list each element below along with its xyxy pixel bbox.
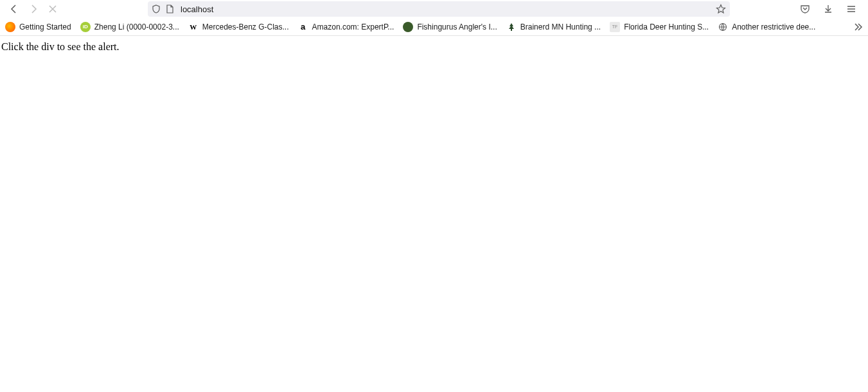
url-bar[interactable]: localhost: [148, 1, 730, 17]
bookmark-label: Mercedes-Benz G-Clas...: [202, 22, 289, 31]
shield-icon[interactable]: [152, 4, 161, 13]
body-text[interactable]: Click the div to see the alert.: [1, 41, 120, 52]
menu-icon[interactable]: [845, 3, 858, 15]
firefox-icon: [5, 22, 15, 32]
bookmark-label: Getting Started: [19, 22, 71, 31]
bookmark-mercedes[interactable]: W Mercedes-Benz G-Clas...: [188, 22, 289, 32]
back-button[interactable]: [8, 3, 21, 15]
bookmarks-bar: Getting Started iD Zheng Li (0000-0002-3…: [0, 18, 868, 36]
bookmark-star-icon[interactable]: [716, 4, 726, 14]
bookmark-brainerd[interactable]: Brainerd MN Hunting ...: [506, 22, 601, 32]
forward-button[interactable]: [27, 3, 40, 15]
bookmark-label: Another restrictive dee...: [732, 22, 815, 31]
globe-icon: [718, 22, 728, 32]
text-icon: TF: [610, 22, 620, 32]
bookmark-florida[interactable]: TF Florida Deer Hunting S...: [610, 22, 709, 32]
bookmark-label: Florida Deer Hunting S...: [624, 22, 709, 31]
wikipedia-icon: W: [188, 22, 199, 32]
page-icon: [166, 4, 174, 13]
toolbar-right: [799, 3, 864, 15]
amazon-icon: a: [298, 22, 308, 32]
bookmark-label: Amazon.com: ExpertP...: [312, 22, 394, 31]
browser-toolbar: localhost: [0, 0, 868, 18]
bookmark-zheng-li[interactable]: iD Zheng Li (0000-0002-3...: [80, 22, 179, 32]
bookmark-label: Brainerd MN Hunting ...: [520, 22, 601, 31]
bookmark-amazon[interactable]: a Amazon.com: ExpertP...: [298, 22, 394, 32]
orcid-icon: iD: [80, 22, 91, 32]
nav-buttons: [4, 3, 63, 15]
bookmarks-overflow-icon[interactable]: [853, 22, 863, 32]
url-text[interactable]: localhost: [179, 4, 711, 14]
stop-button[interactable]: [46, 3, 59, 15]
bookmark-label: Zheng Li (0000-0002-3...: [94, 22, 179, 31]
downloads-icon[interactable]: [822, 3, 835, 15]
bookmark-label: Fishingurus Angler's I...: [417, 22, 497, 31]
bookmark-fishingurus[interactable]: Fishingurus Angler's I...: [403, 22, 497, 32]
bookmark-another-restrictive[interactable]: Another restrictive dee...: [718, 22, 815, 32]
pocket-icon[interactable]: [799, 3, 811, 15]
bookmark-getting-started[interactable]: Getting Started: [5, 22, 71, 32]
tree-icon: [506, 22, 517, 32]
fish-icon: [403, 22, 413, 32]
page-body: Click the div to see the alert.: [0, 36, 868, 58]
